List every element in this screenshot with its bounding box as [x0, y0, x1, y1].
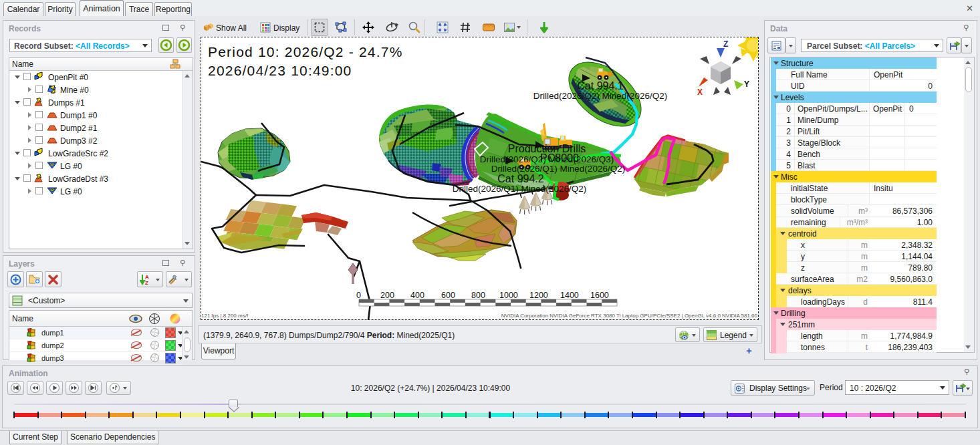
- svg-text:Drilled(2026/Q2) Mined(2026/Q3: Drilled(2026/Q2) Mined(2026/Q3): [480, 154, 614, 164]
- svg-text:800: 800: [471, 291, 485, 300]
- svg-text:A: A: [145, 274, 149, 280]
- svg-text:Cat 994.2: Cat 994.2: [497, 173, 543, 184]
- svg-text:400: 400: [410, 291, 424, 300]
- svg-text:X: X: [697, 88, 703, 97]
- svg-text:Z: Z: [723, 39, 728, 49]
- svg-text:Period 10: 2026/Q2 - 24.7%: Period 10: 2026/Q2 - 24.7%: [208, 44, 403, 59]
- svg-text:1600: 1600: [590, 291, 609, 300]
- svg-text:0: 0: [356, 291, 361, 300]
- svg-text:Z: Z: [145, 280, 148, 285]
- svg-text:1400: 1400: [560, 291, 579, 300]
- svg-text:1000: 1000: [499, 291, 518, 300]
- svg-text:1200: 1200: [529, 291, 548, 300]
- svg-text:Drilled(2026/Q2) Mined(2026/Q2: Drilled(2026/Q2) Mined(2026/Q2): [533, 91, 667, 101]
- svg-text:Cat 994.1: Cat 994.1: [577, 80, 623, 92]
- svg-text:2026/04/23 10:49:00: 2026/04/23 10:49:00: [208, 63, 352, 78]
- svg-text:600: 600: [441, 291, 455, 300]
- svg-text:Drilled(2026/Q1) Mined(2026/Q2: Drilled(2026/Q1) Mined(2026/Q2): [491, 164, 625, 174]
- svg-text:Drilled(2026/Q1) Mined(2026/Q2: Drilled(2026/Q1) Mined(2026/Q2): [453, 184, 586, 194]
- svg-text:200: 200: [380, 291, 394, 300]
- svg-text:Y: Y: [744, 80, 749, 89]
